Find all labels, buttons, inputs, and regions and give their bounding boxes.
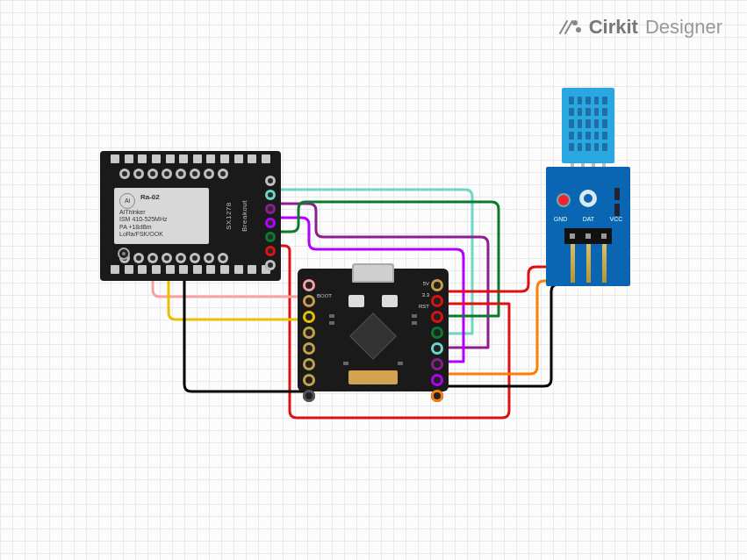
ra02-side-label-2: SX1278: [225, 202, 233, 229]
resistor-icon: [614, 204, 620, 216]
pcb-antenna-icon: [348, 370, 398, 384]
component-ra02-lora[interactable]: Ai Ra-02 AiThinker ISM 410-525MHz PA +18…: [100, 151, 281, 281]
mcu-chip-icon: [349, 312, 397, 360]
dht11-pcb: GND DAT VCC: [546, 167, 630, 286]
wire-dht-dat: [443, 277, 588, 374]
mounting-hole-icon: [579, 190, 597, 207]
ra02-castellation-top: [111, 154, 270, 167]
brand-glyph-icon: [557, 18, 582, 37]
reset-button[interactable]: [382, 295, 398, 307]
dht11-sensor-body: [562, 88, 614, 163]
power-led-icon: [558, 195, 569, 205]
esp-labels-right: 5V 3.3 RST: [419, 281, 429, 340]
component-esp32-mini[interactable]: BOOT 5V 3.3 RST: [298, 269, 449, 391]
svg-point-1: [577, 28, 580, 32]
brand-name-2: Designer: [645, 16, 722, 39]
design-canvas[interactable]: Cirkit Designer: [0, 0, 747, 560]
ra02-side-label-1: Breakout: [240, 200, 248, 232]
ra02-l1: ISM 410-525MHz: [119, 216, 204, 223]
wire-dht-gnd: [443, 277, 572, 386]
component-dht11[interactable]: GND DAT VCC: [546, 88, 630, 286]
boot-button[interactable]: [348, 295, 364, 307]
wire-yellow: [169, 277, 311, 319]
ra02-castellation-bottom: [111, 265, 270, 277]
ra02-l2: PA +18dBm: [119, 224, 204, 231]
dht11-pins: [564, 244, 612, 283]
ra02-sub: AiThinker: [119, 209, 204, 216]
ufl-antenna-connector-icon: [118, 248, 130, 260]
ra02-title: Ra-02: [140, 193, 160, 201]
esp-pins-right: [431, 279, 443, 402]
dht11-header: [564, 228, 612, 244]
aithinker-logo-icon: Ai: [119, 193, 135, 209]
ra02-holes-top: [119, 169, 228, 179]
brand-name-1: Cirkit: [589, 16, 638, 39]
wire-ra02-gnd: [184, 277, 311, 391]
ra02-holes-bottom: [119, 253, 228, 263]
esp-pins-left: [303, 279, 315, 402]
ra02-rf-shield: Ai Ra-02 AiThinker ISM 410-525MHz PA +18…: [114, 188, 209, 244]
dht11-pin-labels: GND DAT VCC: [546, 216, 630, 222]
resistor-icon: [614, 188, 620, 200]
app-brand: Cirkit Designer: [557, 16, 722, 39]
usb-c-port-icon: [352, 263, 394, 283]
dht11-grille-icon: [569, 97, 607, 151]
ra02-l3: LoRa/FSK/OOK: [119, 231, 204, 238]
svg-point-0: [573, 21, 577, 25]
ra02-holes-right: [265, 176, 276, 270]
